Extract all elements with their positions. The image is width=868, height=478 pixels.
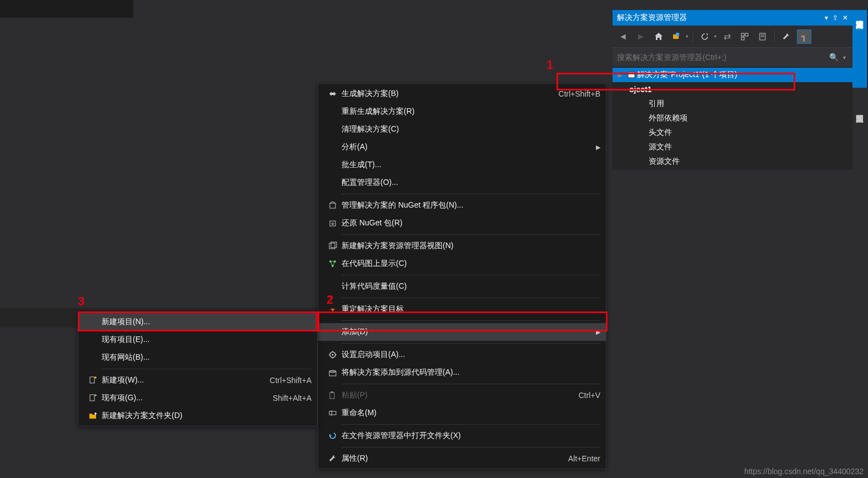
menu-item-label: 配置管理器(O)... bbox=[342, 178, 600, 188]
menu-item: 粘贴(P)Ctrl+V bbox=[318, 386, 606, 404]
codemap-icon bbox=[324, 259, 342, 268]
menu-item[interactable]: 重定解决方案目标 bbox=[318, 300, 606, 318]
svg-rect-21 bbox=[330, 393, 334, 399]
tree-label: 解决方案"Project1"(1 个项目) bbox=[637, 70, 737, 80]
menu-item[interactable]: 新建项目(N)... bbox=[78, 313, 317, 331]
menu-item[interactable]: 分析(A)▶ bbox=[318, 138, 606, 156]
menu-item[interactable]: 重命名(M) bbox=[318, 404, 606, 422]
menu-item[interactable]: 还原 NuGet 包(R) bbox=[318, 214, 606, 232]
menu-item[interactable]: 设置启动项目(A)... bbox=[318, 346, 606, 364]
new-view-icon bbox=[324, 241, 342, 250]
menu-item[interactable]: 计算代码度量值(C) bbox=[318, 278, 606, 295]
tree-item[interactable]: 头文件 bbox=[613, 125, 852, 140]
menu-item-label: 还原 NuGet 包(R) bbox=[342, 218, 600, 228]
properties-icon[interactable] bbox=[755, 29, 770, 44]
expand-icon[interactable]: ▶ bbox=[618, 72, 626, 78]
dropdown-arrow-icon[interactable]: ▾ bbox=[714, 34, 716, 39]
context-submenu: 新建项目(N)...现有项目(E)...现有网站(B)...新建项(W)...C… bbox=[78, 311, 318, 426]
menu-item[interactable]: 在代码图上显示(C) bbox=[318, 255, 606, 273]
tree-item[interactable]: 外部依赖项 bbox=[613, 111, 852, 125]
home-icon[interactable] bbox=[651, 29, 666, 44]
explorer-icon bbox=[324, 431, 342, 440]
menu-item[interactable]: 现有项(G)...Shift+Alt+A bbox=[78, 389, 317, 407]
menu-item[interactable]: 在文件资源管理器中打开文件夹(X) bbox=[318, 427, 606, 445]
collapse-all-icon[interactable]: ⇄ bbox=[720, 29, 734, 44]
rename-icon bbox=[324, 409, 342, 417]
menu-separator bbox=[102, 369, 312, 369]
preview-icon[interactable]: ┓ bbox=[797, 29, 811, 44]
vtab-solution-explorer[interactable]: 解决方案资源管理器 bbox=[852, 10, 867, 88]
menu-item[interactable]: 管理解决方案的 NuGet 程序包(N)... bbox=[318, 197, 606, 214]
refresh-icon[interactable] bbox=[698, 29, 712, 44]
menu-item[interactable]: 新建解决方案文件夹(D) bbox=[78, 407, 317, 425]
pin-icon[interactable]: ⇪ bbox=[832, 14, 838, 22]
menu-item-shortcut: Ctrl+Shift+A bbox=[270, 376, 312, 385]
svg-rect-25 bbox=[90, 377, 94, 383]
submenu-arrow-icon: ▶ bbox=[591, 144, 600, 151]
wrench-icon[interactable] bbox=[779, 29, 794, 44]
tree-project-node[interactable]: oject1 bbox=[613, 82, 852, 97]
watermark: https://blog.csdn.net/qq_34400232 bbox=[744, 467, 864, 476]
menu-item[interactable]: 重新生成解决方案(R) bbox=[318, 103, 606, 120]
solution-explorer-titlebar[interactable]: 解决方案资源管理器 ▾ ⇪ ✕ bbox=[613, 10, 852, 26]
tree-item[interactable]: 资源文件 bbox=[613, 154, 852, 169]
menu-item-label: 新建解决方案资源管理器视图(N) bbox=[342, 241, 600, 251]
sync-icon[interactable] bbox=[669, 29, 684, 44]
search-box[interactable]: 🔍 ▾ bbox=[613, 48, 852, 67]
forward-icon[interactable]: ► bbox=[634, 29, 648, 44]
tree-label: 外部依赖项 bbox=[649, 113, 688, 123]
menu-item[interactable]: 批生成(T)... bbox=[318, 156, 606, 174]
menu-item[interactable]: 现有网站(B)... bbox=[78, 349, 317, 366]
annotation-label-2: 2 bbox=[327, 293, 333, 307]
menu-item-label: 分析(A) bbox=[342, 142, 591, 152]
menu-item[interactable]: 现有项目(E)... bbox=[78, 331, 317, 349]
menu-item[interactable]: 将解决方案添加到源代码管理(A)... bbox=[318, 364, 606, 381]
menu-item[interactable]: 配置管理器(O)... bbox=[318, 174, 606, 192]
dropdown-arrow-icon[interactable]: ▾ bbox=[686, 34, 688, 39]
solution-explorer-toolbar: ◄ ► ▾ ▾ ⇄ ┓ bbox=[613, 26, 852, 48]
menu-item-label: 新建项(W)... bbox=[102, 375, 270, 385]
menu-item-label: 设置启动项目(A)... bbox=[342, 350, 600, 360]
tree-item[interactable]: 源文件 bbox=[613, 140, 852, 154]
paste-icon bbox=[324, 391, 342, 400]
svg-rect-26 bbox=[90, 395, 94, 401]
menu-item-shortcut: Shift+Alt+A bbox=[273, 394, 312, 402]
menu-item-label: 生成解决方案(B) bbox=[342, 89, 559, 99]
menu-item-label: 在文件资源管理器中打开文件夹(X) bbox=[342, 431, 600, 441]
menu-item-label: 重新生成解决方案(R) bbox=[342, 107, 600, 117]
menu-item[interactable]: 新建解决方案资源管理器视图(N) bbox=[318, 237, 606, 255]
source-icon bbox=[324, 368, 342, 377]
menu-item[interactable]: 清理解决方案(C) bbox=[318, 120, 606, 138]
new-folder-icon bbox=[84, 411, 102, 420]
menu-item-label: 重命名(M) bbox=[342, 408, 600, 418]
existing-item-icon bbox=[84, 394, 102, 402]
wrench-icon bbox=[324, 454, 342, 463]
separator bbox=[774, 31, 775, 43]
menu-separator bbox=[342, 424, 600, 425]
menu-item-label: 现有项目(E)... bbox=[102, 335, 312, 345]
menu-item-label: 清理解决方案(C) bbox=[342, 124, 600, 134]
tree-label: 源文件 bbox=[649, 142, 672, 152]
tree-solution-node[interactable]: ▶ 解决方案"Project1"(1 个项目) bbox=[613, 68, 852, 82]
search-input[interactable] bbox=[617, 53, 827, 62]
back-icon[interactable]: ◄ bbox=[616, 29, 630, 44]
menu-item-label: 批生成(T)... bbox=[342, 160, 600, 170]
svg-rect-2 bbox=[741, 33, 744, 36]
tree-item[interactable]: 引用 bbox=[613, 97, 852, 111]
search-icon[interactable]: 🔍 bbox=[827, 53, 841, 62]
dropdown-arrow-icon[interactable]: ▾ bbox=[841, 54, 848, 61]
menu-item[interactable]: 添加(D)▶ bbox=[318, 323, 606, 341]
vtab-team-explorer[interactable]: 团队资源管理器 bbox=[852, 104, 867, 182]
menu-item-shortcut: Ctrl+V bbox=[579, 391, 600, 400]
menu-item[interactable]: 生成解决方案(B)Ctrl+Shift+B bbox=[318, 85, 606, 103]
close-icon[interactable]: ✕ bbox=[842, 14, 848, 22]
dropdown-arrow-icon[interactable]: ▾ bbox=[825, 14, 828, 22]
svg-rect-4 bbox=[741, 37, 744, 40]
menu-separator bbox=[342, 194, 600, 194]
solution-icon bbox=[626, 71, 637, 79]
menu-item[interactable]: 新建项(W)...Ctrl+Shift+A bbox=[78, 371, 317, 389]
menu-item[interactable]: 属性(R)Alt+Enter bbox=[318, 450, 606, 467]
show-all-icon[interactable] bbox=[737, 29, 752, 44]
menu-item-label: 现有网站(B)... bbox=[102, 353, 312, 363]
menu-item-shortcut: Ctrl+Shift+B bbox=[559, 89, 600, 98]
